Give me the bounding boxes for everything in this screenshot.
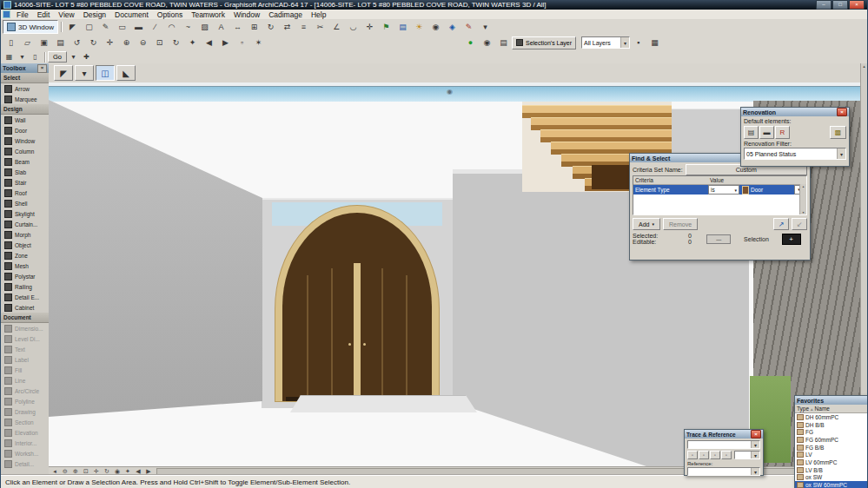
pencil-icon[interactable]: ✎	[97, 20, 114, 34]
favorite-item[interactable]: LV	[795, 451, 868, 458]
favorite-item[interactable]: FG	[795, 428, 868, 436]
explore-icon[interactable]: ✦	[184, 36, 201, 49]
trim-icon[interactable]: ✂	[312, 20, 328, 34]
zoom-out-icon[interactable]: ⊖	[135, 36, 151, 49]
menu-item[interactable]: Options	[153, 10, 187, 19]
favorite-item[interactable]: DH B/B	[795, 421, 868, 429]
print-icon[interactable]: ▤	[52, 36, 69, 49]
criteria-row[interactable]: Element Type is ▾ Door ▾	[633, 185, 806, 195]
menu-item[interactable]: Window	[229, 10, 264, 19]
toolbox-item[interactable]: Worksh...	[1, 448, 49, 458]
menu-item[interactable]: View	[54, 10, 78, 19]
toolbox-item[interactable]: Slab	[1, 167, 49, 177]
zoom-in-icon[interactable]: ⊕	[118, 36, 135, 49]
toolbox-title-bar[interactable]: Toolbox ×	[1, 63, 49, 73]
chevron-down-icon[interactable]: ▾	[751, 452, 759, 458]
favorite-item[interactable]: DH 60mmPC	[795, 413, 868, 421]
find-select-icon[interactable]: ✶	[250, 36, 267, 49]
minimize-button[interactable]: –	[816, 0, 832, 10]
chevron-down-icon[interactable]: ▾	[751, 441, 759, 448]
toolbox-item[interactable]: Arrow	[1, 83, 49, 94]
toolbox-group-select[interactable]: Select	[1, 73, 49, 83]
favorite-item[interactable]: FG B/B	[795, 444, 868, 452]
stair-step[interactable]	[540, 129, 672, 142]
trace-move-icon[interactable]: ▫	[710, 451, 720, 459]
next-view-icon[interactable]: ▶	[217, 36, 234, 49]
fill-tool-icon[interactable]: ▨	[196, 20, 213, 34]
previous-view-icon[interactable]: ◀	[201, 36, 217, 49]
renovation-filter-combo[interactable]: 05 Planned Status ▾	[744, 148, 846, 160]
redo-icon[interactable]: ↻	[85, 36, 102, 49]
view-mode-button[interactable]: 3D Window	[3, 20, 58, 34]
toolbox-item[interactable]: Column	[1, 146, 49, 156]
toolbox-item[interactable]: Cabinet	[1, 302, 49, 313]
reference-combo[interactable]: ▾	[687, 467, 760, 476]
close-icon[interactable]: ×	[837, 108, 847, 116]
arc-tool-icon[interactable]: ◠	[163, 20, 180, 34]
arched-door[interactable]	[275, 205, 440, 402]
remove-button[interactable]: Remove	[663, 218, 698, 230]
toolbox-item[interactable]: Drawing	[1, 406, 49, 417]
arrow-tool-icon[interactable]: ◤	[54, 65, 73, 81]
go-button[interactable]: Go	[48, 51, 67, 63]
rotate-icon[interactable]: ↻	[262, 20, 279, 34]
3d-viewport[interactable]: ◉	[49, 82, 861, 467]
menu-item[interactable]: Cadimage	[264, 10, 307, 19]
renovation-title-bar[interactable]: Renovation ×	[741, 108, 849, 116]
toolbox-item[interactable]: Line	[1, 375, 49, 386]
toolbox-item[interactable]: Beam	[1, 156, 49, 167]
active-door-tool-icon[interactable]: ◫	[96, 65, 115, 81]
layer-settings-icon[interactable]: ▦	[646, 36, 663, 49]
menu-item[interactable]: File	[12, 10, 33, 19]
trace-rotate-icon[interactable]: ▫	[699, 451, 709, 459]
camera-icon[interactable]: ◉	[427, 20, 444, 34]
operator-combo[interactable]: is ▾	[708, 185, 739, 195]
favorites-header[interactable]: Type ▵ Name	[795, 405, 868, 413]
layers-combo[interactable]: All Layers ▾	[581, 36, 630, 49]
open-file-icon[interactable]: ▱	[19, 36, 36, 49]
toolbox-item[interactable]: Window	[1, 135, 49, 146]
toolbox-item[interactable]: Dimensio...	[1, 323, 49, 333]
toolbox-item[interactable]: Detail...	[1, 458, 49, 469]
toolbox-item[interactable]: Mesh	[1, 260, 49, 271]
trace-more-icon[interactable]: ▫	[721, 451, 732, 459]
more-tools-icon[interactable]: ▾	[477, 20, 494, 34]
favorites-list[interactable]: DH 60mmPC DH B/B FG FG 60mmPC FG B/B LV …	[795, 413, 868, 488]
door-step[interactable]	[290, 395, 477, 413]
existing-elements-icon[interactable]: ▤	[744, 126, 759, 139]
toolbox-item[interactable]: Shell	[1, 198, 49, 208]
toolbox-item[interactable]: Marquee	[1, 94, 49, 104]
favorite-item[interactable]: LV 60mmPC	[795, 458, 868, 466]
favorite-item[interactable]: FG 60mmPC	[795, 436, 868, 444]
polyline-tool-icon[interactable]: ~	[180, 20, 196, 34]
grid-tool-icon[interactable]: ⊞	[246, 20, 262, 34]
toolbox-item[interactable]: Text	[1, 344, 49, 354]
line-tool-icon[interactable]: ∕	[147, 20, 163, 34]
dimension-tool-icon[interactable]: ↔	[229, 20, 246, 34]
menu-item[interactable]: Edit	[33, 10, 55, 19]
wall-tool-icon[interactable]: ▬	[130, 20, 147, 34]
toolbox-group-design[interactable]: Design	[1, 104, 49, 115]
flag-icon[interactable]: ⚑	[378, 20, 394, 34]
sub-element-icon[interactable]: ◣	[116, 65, 136, 81]
sun-study-icon[interactable]: ☀	[411, 20, 427, 34]
toolbox-item[interactable]: Interior...	[1, 438, 49, 448]
chevron-down-icon[interactable]: ▾	[620, 37, 629, 48]
toolbox-item[interactable]: Roof	[1, 188, 49, 198]
trace-combo[interactable]: ▾	[687, 440, 760, 449]
fit-in-window-icon[interactable]: ⊡	[151, 36, 168, 49]
toolbox-item[interactable]: Polystar	[1, 271, 49, 281]
toolbox-item[interactable]: Fill	[1, 365, 49, 375]
criteria-column-header[interactable]: Criteria	[633, 177, 710, 183]
door-leaves[interactable]	[282, 213, 432, 401]
toolbox-item[interactable]: Zone	[1, 250, 49, 260]
annotate-icon[interactable]: ✎	[461, 20, 477, 34]
layers-icon[interactable]: ▤	[394, 20, 411, 34]
toolbox-item[interactable]: Curtain...	[1, 219, 49, 229]
favorite-item[interactable]: LV B/B	[795, 466, 868, 474]
favorite-item[interactable]: ox SW 60mmPC	[795, 481, 868, 488]
toolbox-group-document[interactable]: Document	[1, 313, 49, 323]
select-plus-button[interactable]: +	[782, 234, 801, 245]
add-button[interactable]: Add ▾	[633, 218, 660, 230]
chevron-down-icon[interactable]: ▾	[837, 148, 845, 159]
